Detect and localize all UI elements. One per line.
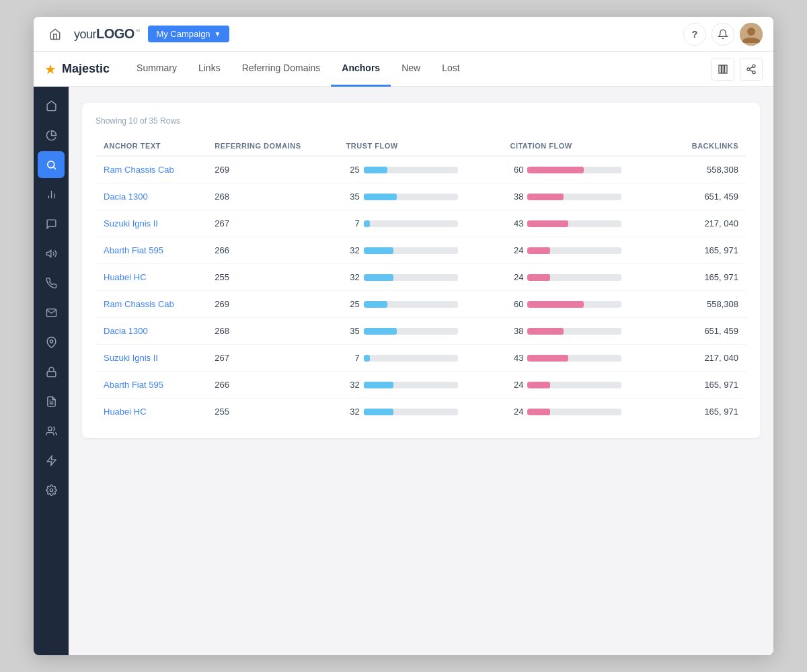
trust-bar-fill	[364, 194, 397, 200]
sidebar-item-settings[interactable]	[38, 476, 65, 503]
citation-bar-fill	[527, 328, 563, 335]
trust-bar-track	[364, 167, 458, 173]
table-row: Huabei HC 255 32 24 165, 971	[95, 264, 746, 291]
svg-rect-14	[47, 371, 56, 376]
sidebar-item-lightning[interactable]	[38, 447, 65, 474]
svg-point-7	[753, 71, 755, 73]
sidebar-item-home[interactable]	[38, 92, 65, 119]
citation-bar-track	[527, 194, 621, 200]
nav-bar-right	[712, 58, 763, 81]
notifications-button[interactable]	[712, 23, 734, 46]
anchor-text-cell: Ram Chassis Cab	[95, 156, 206, 183]
tab-referring-domains[interactable]: Referring Domains	[231, 52, 332, 87]
citation-bar-track	[527, 274, 621, 281]
sidebar-item-campaigns[interactable]	[38, 240, 65, 267]
svg-point-10	[47, 161, 54, 167]
ref-domains-cell: 269	[206, 291, 338, 318]
trust-flow-cell: 32	[338, 264, 502, 291]
showing-rows-text: Showing 10 of 35 Rows	[95, 116, 746, 126]
ref-domains-cell: 268	[206, 183, 338, 210]
citation-bar-track	[527, 382, 621, 388]
citation-flow-cell: 60	[502, 291, 666, 318]
ref-domains-cell: 268	[206, 318, 338, 345]
tab-summary[interactable]: Summary	[126, 52, 188, 87]
anchor-text-cell: Ram Chassis Cab	[95, 291, 206, 318]
trust-flow-cell: 7	[338, 345, 502, 372]
sidebar-item-search[interactable]	[38, 151, 65, 178]
svg-point-6	[747, 68, 750, 71]
sidebar-item-users[interactable]	[38, 417, 65, 444]
table-row: Ram Chassis Cab 269 25 60 558,308	[95, 156, 746, 183]
brand-star-icon: ★	[44, 61, 56, 77]
citation-bar-track	[527, 328, 621, 335]
col-trust-flow: TRUST FLOW	[338, 136, 502, 156]
citation-bar-fill	[527, 409, 550, 415]
svg-line-8	[750, 70, 753, 72]
citation-bar-fill	[527, 355, 568, 362]
columns-button[interactable]	[712, 58, 734, 81]
anchor-text-cell: Abarth Fiat 595	[95, 237, 206, 264]
trust-bar-fill	[364, 328, 397, 335]
sidebar-item-lock[interactable]	[38, 358, 65, 385]
svg-marker-12	[46, 250, 50, 257]
share-button[interactable]	[740, 58, 763, 81]
trust-flow-cell: 32	[338, 372, 502, 398]
content-area: Showing 10 of 35 Rows ANCHOR TEXT REFERR…	[69, 87, 773, 655]
backlinks-cell: 165, 971	[666, 237, 746, 264]
tab-links[interactable]: Links	[188, 52, 231, 87]
nav-tabs: Summary Links Referring Domains Anchors …	[126, 52, 471, 87]
table-row: Abarth Fiat 595 266 32 24 165, 971	[95, 372, 746, 398]
tab-anchors[interactable]: Anchors	[331, 52, 391, 87]
trust-flow-cell: 35	[338, 318, 502, 345]
svg-point-19	[50, 489, 52, 491]
ref-domains-cell: 267	[206, 210, 338, 237]
tab-lost[interactable]: Lost	[431, 52, 470, 87]
tab-new[interactable]: New	[391, 52, 431, 87]
home-icon-btn[interactable]	[44, 24, 66, 45]
sidebar-item-phone[interactable]	[38, 269, 65, 296]
sidebar-item-analytics[interactable]	[38, 122, 65, 149]
ref-domains-cell: 255	[206, 264, 338, 291]
trust-bar-fill	[364, 382, 394, 388]
trust-bar-track	[364, 382, 458, 388]
trust-bar-track	[364, 274, 458, 281]
svg-rect-2	[719, 65, 721, 73]
brand-name: Majestic	[62, 62, 110, 76]
table-row: Abarth Fiat 595 266 32 24 165, 971	[95, 237, 746, 264]
trust-bar-track	[364, 247, 458, 254]
col-citation-flow: CITATION FLOW	[502, 136, 666, 156]
user-avatar[interactable]	[740, 23, 763, 46]
citation-flow-cell: 38	[502, 183, 666, 210]
svg-line-11	[53, 167, 55, 169]
citation-bar-track	[527, 301, 621, 308]
help-button[interactable]: ?	[683, 23, 706, 46]
table-row: Dacia 1300 268 35 38 651, 459	[95, 318, 746, 345]
backlinks-cell: 651, 459	[666, 318, 746, 345]
citation-flow-cell: 24	[502, 398, 666, 425]
sidebar-item-document[interactable]	[38, 388, 65, 415]
sidebar-item-email[interactable]	[38, 299, 65, 326]
trust-bar-track	[364, 328, 458, 335]
citation-bar-track	[527, 409, 621, 415]
citation-bar-track	[527, 355, 621, 362]
chevron-down-icon: ▼	[215, 30, 221, 38]
citation-bar-fill	[527, 194, 563, 200]
anchor-text-cell: Dacia 1300	[95, 183, 206, 210]
table-row: Suzuki Ignis II 267 7 43 217, 040	[95, 345, 746, 372]
svg-rect-4	[725, 65, 727, 73]
trust-bar-track	[364, 194, 458, 200]
backlinks-cell: 165, 971	[666, 372, 746, 398]
sidebar-item-location[interactable]	[38, 329, 65, 355]
campaign-dropdown-btn[interactable]: My Campaign ▼	[148, 26, 229, 42]
citation-bar-fill	[527, 167, 584, 173]
trust-bar-track	[364, 301, 458, 308]
trust-flow-cell: 32	[338, 398, 502, 425]
sidebar-item-chart[interactable]	[38, 181, 65, 208]
svg-point-13	[50, 339, 52, 342]
sidebar-item-messages[interactable]	[38, 210, 65, 237]
citation-bar-track	[527, 247, 621, 254]
ref-domains-cell: 255	[206, 398, 338, 425]
trust-flow-cell: 7	[338, 210, 502, 237]
trust-flow-cell: 25	[338, 156, 502, 183]
backlinks-cell: 217, 040	[666, 345, 746, 372]
